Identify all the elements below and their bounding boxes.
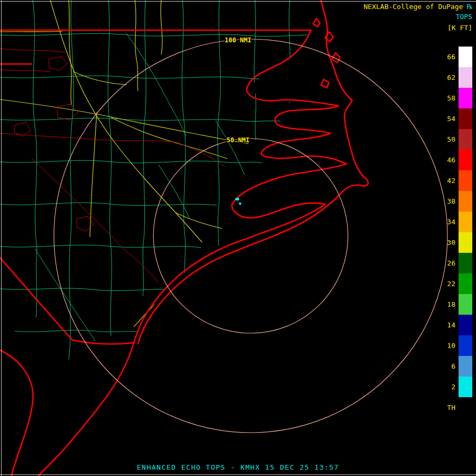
legend-entry: 50 <box>440 129 472 150</box>
legend-entry: 38 <box>440 191 472 212</box>
legend-entry: 66 <box>440 47 472 67</box>
legend-swatch <box>459 108 472 129</box>
legend-units: [K FT] <box>447 24 472 32</box>
legend-value: 38 <box>440 197 455 205</box>
echo-tops-legend-entries: 66625854504642383430262218141062TH <box>440 47 472 418</box>
radar-viewer: 100 NMI 50 NMI NEXLAB-College of DuPage℞… <box>0 0 476 476</box>
legend-swatch <box>459 335 472 356</box>
legend-swatch <box>459 294 472 315</box>
legend-entry: 22 <box>440 273 472 294</box>
legend-swatch <box>459 315 472 335</box>
legend-title: TOPS <box>456 13 472 21</box>
range-ring-label-100: 100 NMI <box>225 36 252 44</box>
legend-swatch <box>459 170 472 191</box>
legend-swatch <box>459 67 472 88</box>
legend-value: 58 <box>440 94 455 102</box>
legend-value: 62 <box>440 74 455 81</box>
legend-swatch <box>459 129 472 150</box>
legend-entry: 18 <box>440 294 472 315</box>
legend-swatch <box>459 397 472 418</box>
legend-value: 66 <box>440 53 455 61</box>
brand-text: NEXLAB-College of DuPage <box>364 3 463 11</box>
product-status-text: ENHANCED ECHO TOPS - KMHX 15 DEC 25 13:5… <box>0 463 476 471</box>
legend-entry: 34 <box>440 212 472 232</box>
legend-swatch <box>459 88 472 108</box>
legend-entry: 46 <box>440 150 472 170</box>
legend-entry: 42 <box>440 170 472 191</box>
legend-entry: 14 <box>440 315 472 335</box>
legend-swatch <box>459 377 472 397</box>
legend-value: 54 <box>440 115 455 123</box>
legend-entry: 54 <box>440 108 472 129</box>
legend-value: 14 <box>440 321 455 329</box>
legend-entry: 10 <box>440 335 472 356</box>
legend-entry: 26 <box>440 253 472 273</box>
legend-swatch <box>459 47 472 67</box>
legend-value: 26 <box>440 259 455 267</box>
brand-logo-icon: ℞ <box>466 3 473 11</box>
legend-value: 30 <box>440 239 455 246</box>
radar-map: 100 NMI 50 NMI <box>0 0 476 476</box>
legend-value: 42 <box>440 177 455 185</box>
legend-value: 34 <box>440 218 455 226</box>
legend-entry: 62 <box>440 67 472 88</box>
legend-entry: 2 <box>440 377 472 397</box>
legend-entry: 30 <box>440 232 472 253</box>
echo-tops-legend: 66625854504642383430262218141062TH <box>440 47 472 418</box>
legend-value: 46 <box>440 156 455 164</box>
legend-swatch <box>459 150 472 170</box>
legend-entry: 58 <box>440 88 472 108</box>
legend-entry: 6 <box>440 356 472 377</box>
legend-swatch <box>459 253 472 273</box>
legend-value: TH <box>440 404 455 411</box>
range-ring-label-50: 50 NMI <box>226 136 249 144</box>
legend-value: 22 <box>440 280 455 288</box>
brand: NEXLAB-College of DuPage℞ <box>364 3 473 11</box>
legend-value: 18 <box>440 300 455 308</box>
legend-swatch <box>459 232 472 253</box>
legend-swatch <box>459 191 472 212</box>
legend-value: 10 <box>440 342 455 350</box>
legend-value: 2 <box>440 383 455 391</box>
legend-swatch <box>459 356 472 377</box>
legend-swatch <box>459 212 472 232</box>
legend-value: 50 <box>440 135 455 143</box>
legend-swatch <box>459 273 472 294</box>
legend-entry: TH <box>440 397 472 418</box>
legend-value: 6 <box>440 362 455 370</box>
